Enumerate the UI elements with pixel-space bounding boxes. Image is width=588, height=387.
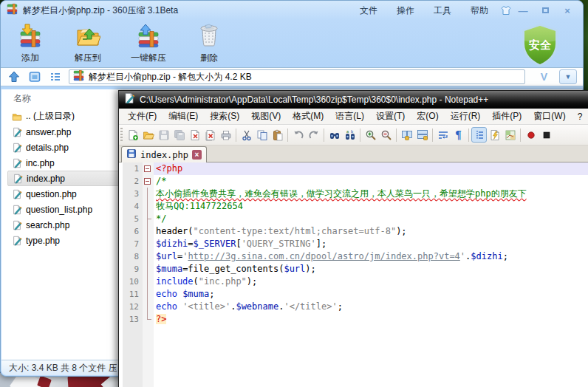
fold-marker[interactable] (143, 301, 154, 313)
npp-menu-宏(O)[interactable]: 宏(O) (411, 109, 444, 124)
npp-menu-语言(L)[interactable]: 语言(L) (329, 109, 370, 124)
column-header-name[interactable]: 名称 (7, 89, 120, 109)
new-file-icon[interactable] (125, 127, 140, 143)
code-line-2[interactable]: /* (154, 175, 588, 188)
zip-menu-操作[interactable]: 操作 (397, 4, 414, 17)
fold-marker[interactable] (143, 250, 154, 263)
close-all-icon[interactable] (202, 127, 218, 143)
npp-menu-格式(M)[interactable]: 格式(M) (287, 109, 329, 124)
indent-guide-icon[interactable] (471, 127, 487, 143)
maximize-button[interactable] (536, 4, 555, 17)
zip-menu-帮助[interactable]: 帮助 (471, 4, 488, 17)
fold-marker[interactable] (143, 188, 154, 200)
fold-marker[interactable] (143, 175, 154, 188)
doc-map-icon[interactable] (502, 127, 518, 143)
stop-macro-icon[interactable] (539, 127, 554, 143)
run-shortcut-icon[interactable] (487, 127, 502, 143)
fold-marker[interactable] (143, 213, 154, 225)
cut-icon[interactable] (239, 127, 254, 143)
toolbar-button-一键解压[interactable]: 一键解压 (126, 21, 171, 66)
npp-menu-视图(V)[interactable]: 视图(V) (245, 109, 287, 124)
address-path-box[interactable]: 解梦栏目小偷php.zip - 解包大小为 4.2 KB (69, 69, 525, 84)
file-row-details.php[interactable]: details.php (7, 140, 120, 155)
npp-menu-?[interactable]: ? (572, 110, 588, 123)
code-token: =file_get_contents( (182, 264, 284, 274)
file-row-index.php[interactable]: index.php (7, 171, 120, 186)
code-line-12[interactable]: echo '<title>'.$webname.'</title>'; (154, 301, 588, 313)
file-row-question_list.php[interactable]: question_list.php (7, 202, 120, 217)
find-icon[interactable] (327, 127, 342, 143)
show-all-chars-icon[interactable]: ¶ (451, 127, 466, 143)
undo-icon[interactable] (290, 127, 306, 143)
zoom-in-icon[interactable] (363, 127, 378, 143)
fold-marker[interactable] (143, 162, 154, 175)
code-text-area[interactable]: <?php/*本小偷插件免费共享，难免会有错误，做学习交流之用，本人菜鸟一只，希… (154, 162, 588, 387)
file-row-answer.php[interactable]: answer.php (7, 124, 120, 140)
paste-icon[interactable] (270, 127, 285, 143)
tab-close-icon[interactable]: × (192, 150, 202, 160)
code-line-3[interactable]: 本小偷插件免费共享，难免会有错误，做学习交流之用，本人菜鸟一只，希望想学php的… (154, 188, 588, 200)
file-row-search.php[interactable]: search.php (7, 217, 120, 233)
floppy-save-icon (126, 148, 137, 162)
toolbar-button-删除[interactable]: 删除 (190, 21, 228, 66)
code-line-6[interactable]: header("content-type:text/html;charset=u… (154, 225, 588, 238)
php-file-icon (13, 174, 23, 184)
zip-menu-工具[interactable]: 工具 (434, 4, 451, 17)
minimize-button[interactable]: — (513, 4, 533, 17)
code-line-11[interactable]: echo $muma; (154, 288, 588, 301)
code-line-10[interactable]: include("inc.php"); (154, 275, 588, 288)
code-line-7[interactable]: $dizhi=$_SERVER['QUERY_STRING']; (154, 238, 588, 250)
fold-marker[interactable] (143, 263, 154, 275)
record-macro-icon[interactable] (523, 127, 539, 143)
file-row-type.php[interactable]: type.php (7, 233, 120, 248)
code-token: ?> (156, 314, 166, 324)
skin-shirt-icon[interactable] (499, 4, 513, 17)
save-icon[interactable] (156, 127, 171, 143)
code-line-5[interactable]: */ (154, 213, 588, 225)
code-line-9[interactable]: $muma=file_get_contents($url); (154, 263, 588, 275)
file-row-question.php[interactable]: question.php (7, 186, 120, 202)
toolbar-button-添加[interactable]: 添加 (11, 21, 49, 66)
word-wrap-icon[interactable] (435, 127, 451, 143)
npp-menu-搜索(S)[interactable]: 搜索(S) (204, 109, 245, 124)
fold-marker[interactable] (143, 225, 154, 238)
npp-menu-文件(F)[interactable]: 文件(F) (122, 109, 163, 124)
sync-scroll-v-icon[interactable] (399, 127, 414, 143)
code-line-4[interactable]: 牧马QQ:1147722654 (154, 200, 588, 213)
npp-menu-窗口(W)[interactable]: 窗口(W) (527, 109, 571, 124)
file-row-inc.php[interactable]: inc.php (7, 155, 120, 171)
sync-scroll-h-icon[interactable] (414, 127, 430, 143)
redo-icon[interactable] (306, 127, 321, 143)
list-view-icon[interactable] (48, 70, 63, 83)
code-line-1[interactable]: <?php (154, 162, 588, 175)
copy-icon[interactable] (254, 127, 270, 143)
fold-marker[interactable] (143, 275, 154, 288)
fold-margin[interactable] (143, 162, 154, 387)
close-doc-icon[interactable] (187, 127, 202, 143)
print-icon[interactable] (218, 127, 233, 143)
zoom-out-icon[interactable] (378, 127, 394, 143)
npp-menu-设置(T)[interactable]: 设置(T) (370, 109, 411, 124)
tab-index-php[interactable]: index.php × (121, 146, 207, 162)
npp-menu-插件(P)[interactable]: 插件(P) (486, 109, 527, 124)
npp-menu-编辑(E)[interactable]: 编辑(E) (163, 109, 204, 124)
address-dropdown-button[interactable]: ▼ (559, 69, 577, 84)
view-mode-icon[interactable] (27, 70, 42, 83)
save-all-icon[interactable] (171, 127, 187, 143)
fold-marker[interactable] (143, 313, 154, 326)
open-icon[interactable] (140, 127, 156, 143)
close-button[interactable]: × (558, 4, 577, 17)
address-chevron[interactable]: V (535, 71, 553, 83)
fold-marker[interactable] (143, 238, 154, 250)
fold-marker[interactable] (143, 288, 154, 301)
code-line-13[interactable]: ?> (154, 313, 588, 326)
npp-menu-运行(R)[interactable]: 运行(R) (445, 109, 487, 124)
toolbar-button-解压到[interactable]: 解压到 (69, 21, 107, 66)
code-line-8[interactable]: $url='http://3g.sina.com.cn/dpool/astro/… (154, 250, 588, 263)
npp-editor-area[interactable]: 12345678910111213 <?php/*本小偷插件免费共享，难免会有错… (119, 162, 588, 387)
replace-icon[interactable]: ab (342, 127, 358, 143)
fold-marker[interactable] (143, 200, 154, 213)
up-directory-icon[interactable] (7, 70, 21, 83)
file-row-.. (上级目录)[interactable]: .. (上级目录) (7, 109, 120, 124)
zip-menu-文件[interactable]: 文件 (360, 4, 377, 17)
